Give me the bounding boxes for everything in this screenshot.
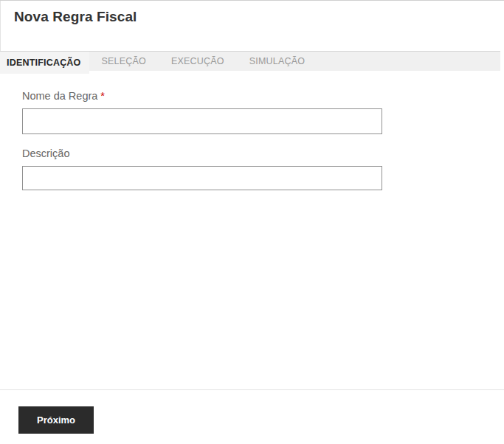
nome-da-regra-input[interactable] — [22, 108, 382, 134]
descricao-input[interactable] — [22, 166, 382, 190]
tab-identificacao[interactable]: IDENTIFICAÇÃO — [0, 52, 89, 74]
tab-selecao[interactable]: SELEÇÃO — [89, 52, 159, 71]
nova-regra-fiscal-page: Nova Regra Fiscal IDENTIFICAÇÃO SELEÇÃO … — [0, 0, 504, 444]
required-asterisk: * — [100, 90, 105, 102]
nome-da-regra-label: Nome da Regra* — [22, 90, 105, 102]
tab-simulacao[interactable]: SIMULAÇÃO — [237, 52, 317, 71]
footer-divider — [0, 389, 504, 390]
page-header: Nova Regra Fiscal — [0, 1, 504, 51]
page-title: Nova Regra Fiscal — [14, 9, 137, 25]
descricao-label: Descrição — [22, 148, 69, 159]
tab-execucao[interactable]: EXECUÇÃO — [159, 52, 237, 71]
nome-da-regra-label-text: Nome da Regra — [22, 90, 97, 102]
proximo-button[interactable]: Próximo — [18, 406, 94, 434]
tab-bar: IDENTIFICAÇÃO SELEÇÃO EXECUÇÃO SIMULAÇÃO — [0, 51, 500, 71]
